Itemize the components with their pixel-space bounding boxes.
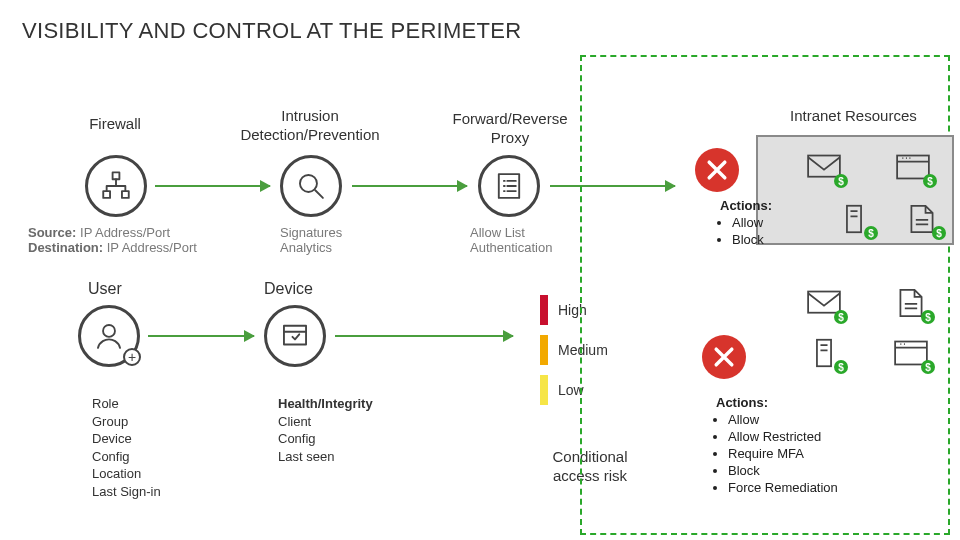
deny-icon-2 bbox=[702, 335, 746, 379]
risk-bar-medium bbox=[540, 335, 548, 365]
actions-2: Actions: AllowAllow RestrictedRequire MF… bbox=[716, 395, 838, 496]
svg-rect-7 bbox=[808, 156, 840, 177]
risk-bar-high bbox=[540, 295, 548, 325]
proxy-sub: Allow ListAuthentication bbox=[470, 225, 552, 255]
deny-icon-1 bbox=[695, 148, 739, 192]
svg-point-3 bbox=[300, 175, 317, 192]
arrow-fw-idp bbox=[155, 185, 270, 187]
asset-doc2-icon: $ bbox=[893, 288, 929, 318]
idp-sub: SignaturesAnalytics bbox=[280, 225, 342, 255]
label-user: User bbox=[88, 280, 122, 298]
arrow-idp-proxy bbox=[352, 185, 467, 187]
magnify-icon bbox=[280, 155, 342, 217]
firewall-sub: Source: IP Address/PortDestination: IP A… bbox=[28, 225, 197, 255]
svg-point-5 bbox=[103, 325, 115, 337]
asset-mail2-icon: $ bbox=[806, 288, 842, 318]
label-idp: Intrusion Detection/Prevention bbox=[225, 107, 395, 145]
svg-rect-1 bbox=[103, 191, 110, 198]
label-proxy: Forward/Reverse Proxy bbox=[430, 110, 590, 148]
asset-server2-icon: $ bbox=[806, 338, 842, 368]
svg-rect-2 bbox=[122, 191, 129, 198]
arrow-device-risk bbox=[335, 335, 513, 337]
asset-web2-icon: $ bbox=[893, 338, 929, 368]
svg-rect-6 bbox=[284, 326, 306, 345]
list-icon bbox=[478, 155, 540, 217]
asset-doc-icon: $ bbox=[904, 204, 940, 234]
asset-web-icon: $ bbox=[895, 152, 931, 182]
intranet-title: Intranet Resources bbox=[790, 107, 917, 124]
label-firewall: Firewall bbox=[55, 115, 175, 134]
user-icon: + bbox=[78, 305, 140, 367]
firewall-icon bbox=[85, 155, 147, 217]
risk-bar-low bbox=[540, 375, 548, 405]
svg-rect-0 bbox=[113, 172, 120, 179]
device-attrs: Health/Integrity Client Config Last seen bbox=[278, 395, 373, 465]
svg-rect-11 bbox=[817, 340, 831, 366]
device-icon bbox=[264, 305, 326, 367]
asset-mail-icon: $ bbox=[806, 152, 842, 182]
svg-rect-9 bbox=[847, 206, 861, 232]
user-attrs: RoleGroupDeviceConfigLocationLast Sign-i… bbox=[92, 395, 161, 500]
asset-server-icon: $ bbox=[836, 204, 872, 234]
actions-1: Actions: AllowBlock bbox=[720, 198, 772, 249]
arrow-user-device bbox=[148, 335, 254, 337]
slide-title: VISIBILITY AND CONTROL AT THE PERIMETER bbox=[22, 18, 521, 44]
label-device: Device bbox=[264, 280, 313, 298]
svg-rect-10 bbox=[808, 292, 840, 313]
